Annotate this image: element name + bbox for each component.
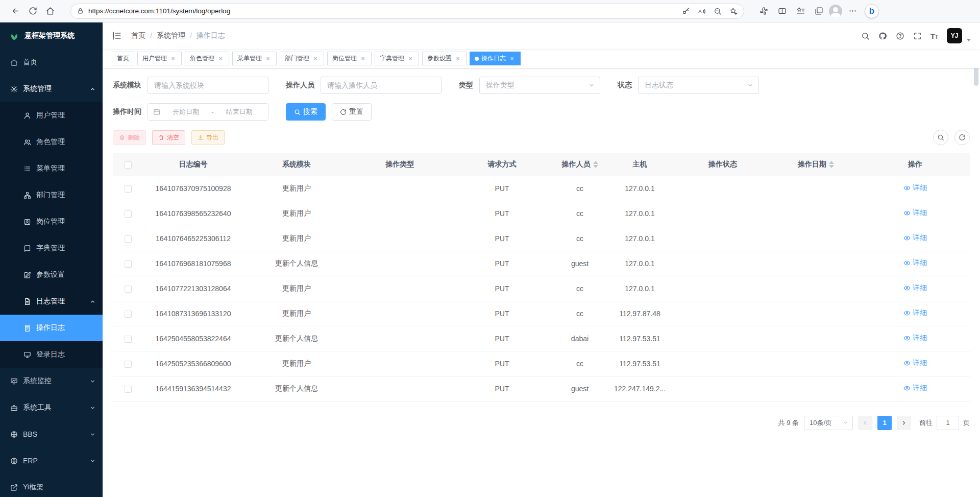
breadcrumb-home[interactable]: 首页 [131, 31, 145, 40]
sidebar-item-home[interactable]: 首页 [0, 49, 103, 76]
question-icon[interactable] [896, 32, 904, 40]
sidebar-item-bbs[interactable]: BBS [0, 421, 103, 447]
row-checkbox[interactable] [125, 185, 132, 193]
next-page-button[interactable] [897, 416, 911, 430]
tab-operation-log[interactable]: 操作日志× [470, 52, 521, 65]
sidebar-item-dict-mgmt[interactable]: 字典管理 [0, 235, 103, 262]
font-size-icon[interactable]: TT [930, 32, 938, 40]
status-select[interactable]: 日志状态 [638, 77, 759, 94]
refresh-table-button[interactable] [954, 130, 970, 145]
close-icon[interactable]: × [407, 55, 414, 62]
extensions-button[interactable] [755, 3, 772, 19]
favorites-button[interactable] [792, 3, 808, 19]
reset-button[interactable]: 重置 [332, 103, 372, 121]
detail-link[interactable]: 详细 [903, 283, 927, 293]
read-aloud-icon[interactable]: A [698, 7, 706, 15]
operator-input[interactable] [321, 77, 442, 94]
user-avatar-logo[interactable]: YJ [947, 28, 962, 43]
row-checkbox[interactable] [125, 361, 132, 368]
sidebar-item-menu-mgmt[interactable]: 菜单管理 [0, 155, 103, 182]
sidebar-item-erp[interactable]: ERP [0, 447, 103, 474]
col-operator[interactable]: 操作人员 [554, 153, 605, 176]
detail-link[interactable]: 详细 [903, 384, 927, 393]
favorites-add-icon[interactable] [729, 7, 738, 15]
tab-user-mgmt[interactable]: 用户管理× [137, 52, 182, 65]
select-all-checkbox[interactable] [125, 161, 132, 169]
delete-button[interactable]: 删除 [113, 130, 146, 145]
address-bar[interactable]: https://ccnetcore.com:1101/system/log/op… [70, 4, 744, 19]
tab-param-settings[interactable]: 参数设置× [422, 52, 467, 65]
date-range-input[interactable]: 开始日期 - 结束日期 [148, 103, 268, 121]
col-date[interactable]: 操作日期 [771, 153, 861, 176]
sidebar-item-param-settings[interactable]: 参数设置 [0, 262, 103, 288]
bing-copilot-icon[interactable]: b [865, 4, 879, 18]
sidebar-item-system[interactable]: 系统管理 [0, 76, 103, 102]
split-screen-button[interactable] [774, 3, 790, 19]
row-checkbox[interactable] [125, 210, 132, 218]
breadcrumb-system[interactable]: 系统管理 [157, 31, 185, 40]
tab-dict-mgmt[interactable]: 字典管理× [375, 52, 419, 65]
detail-link[interactable]: 详细 [903, 359, 927, 368]
detail-link[interactable]: 详细 [903, 233, 927, 243]
clear-button[interactable]: 清空 [152, 130, 185, 145]
sidebar-item-log-mgmt[interactable]: 日志管理 [0, 288, 103, 315]
browser-back-button[interactable] [7, 3, 23, 19]
sort-icon[interactable] [593, 161, 598, 168]
tab-post-mgmt[interactable]: 岗位管理× [327, 52, 372, 65]
toggle-search-button[interactable] [933, 130, 948, 145]
row-checkbox[interactable] [125, 235, 132, 243]
close-icon[interactable]: × [508, 55, 516, 62]
type-select[interactable]: 操作类型 [479, 77, 600, 94]
row-checkbox[interactable] [125, 386, 132, 393]
row-checkbox[interactable] [125, 261, 132, 268]
search-button[interactable]: 搜索 [286, 103, 326, 121]
sidebar-item-role-mgmt[interactable]: 角色管理 [0, 129, 103, 155]
page-size-select[interactable]: 10条/页 [804, 416, 853, 430]
detail-link[interactable]: 详细 [903, 334, 927, 343]
row-checkbox[interactable] [125, 286, 132, 293]
tab-menu-mgmt[interactable]: 菜单管理× [232, 52, 277, 65]
export-button[interactable]: 导出 [191, 130, 225, 145]
zoom-out-icon[interactable] [714, 7, 722, 15]
profile-avatar[interactable] [829, 5, 842, 18]
search-icon[interactable] [861, 32, 870, 40]
close-icon[interactable]: × [264, 55, 272, 62]
sidebar-item-system-monitor[interactable]: 系统监控 [0, 368, 103, 394]
browser-menu-button[interactable] [844, 3, 861, 19]
sidebar-item-dept-mgmt[interactable]: 部门管理 [0, 182, 103, 208]
close-icon[interactable]: × [454, 55, 461, 62]
detail-link[interactable]: 详细 [903, 183, 927, 193]
fullscreen-icon[interactable] [913, 32, 922, 40]
tab-role-mgmt[interactable]: 角色管理× [185, 52, 229, 65]
sidebar-item-system-tools[interactable]: 系统工具 [0, 394, 103, 421]
sort-icon[interactable] [829, 161, 834, 168]
detail-link[interactable]: 详细 [903, 258, 927, 268]
close-icon[interactable]: × [169, 55, 177, 62]
detail-link[interactable]: 详细 [903, 208, 927, 218]
browser-refresh-button[interactable] [24, 3, 41, 19]
sidebar-item-post-mgmt[interactable]: 岗位管理 [0, 208, 103, 235]
sidebar-item-yi-framework[interactable]: Yi框架 [0, 474, 103, 497]
tab-home[interactable]: 首页 [112, 52, 134, 65]
close-icon[interactable]: × [312, 55, 319, 62]
row-checkbox[interactable] [125, 311, 132, 318]
detail-link[interactable]: 详细 [903, 309, 927, 318]
user-dropdown-caret-icon[interactable] [967, 39, 971, 41]
close-icon[interactable]: × [217, 55, 224, 62]
key-icon[interactable] [682, 7, 690, 15]
close-icon[interactable]: × [359, 55, 366, 62]
github-icon[interactable] [878, 32, 887, 40]
sidebar-toggle-icon[interactable] [112, 31, 122, 41]
app-logo[interactable]: 意框架管理系统 [0, 22, 103, 49]
browser-home-button[interactable] [42, 3, 58, 19]
module-input[interactable] [148, 77, 268, 94]
row-checkbox[interactable] [125, 336, 132, 343]
prev-page-button[interactable] [858, 416, 872, 430]
tab-dept-mgmt[interactable]: 部门管理× [280, 52, 324, 65]
sidebar-item-operation-log[interactable]: 操作日志 [0, 315, 103, 341]
sidebar-item-login-log[interactable]: 登录日志 [0, 341, 103, 368]
collections-button[interactable] [811, 3, 827, 19]
current-page-button[interactable]: 1 [877, 416, 892, 430]
goto-page-input[interactable] [937, 416, 959, 430]
sidebar-item-user-mgmt[interactable]: 用户管理 [0, 102, 103, 129]
